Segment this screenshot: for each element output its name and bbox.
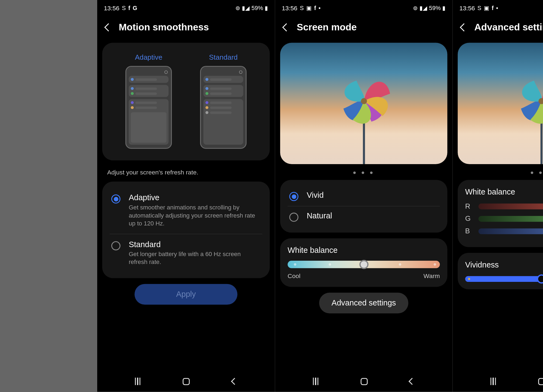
carousel-dots[interactable]: ● ● ●	[453, 167, 543, 180]
gallery-icon: ▣	[306, 5, 311, 11]
nav-recents-icon[interactable]	[490, 378, 496, 385]
white-balance-card: White balance Cool Warm	[280, 238, 447, 287]
nav-recents-icon[interactable]	[135, 378, 140, 385]
preview-adaptive[interactable]: Adaptive	[115, 53, 182, 149]
nav-bar	[275, 371, 452, 392]
wb-slider[interactable]	[288, 261, 440, 268]
preview-image[interactable]	[280, 43, 447, 164]
status-app-icon: S	[477, 5, 481, 11]
google-icon: G	[132, 5, 137, 11]
option-standard[interactable]: Standard Get longer battery life with a …	[109, 234, 262, 272]
radio-icon	[289, 192, 298, 201]
battery-icon: ▮	[265, 5, 268, 11]
page-title: Advanced settings	[474, 21, 543, 33]
vividness-title: Vividness	[465, 260, 543, 270]
r-label: R	[465, 202, 473, 211]
mock-phone-adaptive	[125, 66, 172, 149]
vividness-slider[interactable]	[465, 276, 543, 282]
option-title: Natural	[307, 211, 332, 221]
helper-text: Adjust your screen's refresh rate.	[97, 166, 275, 182]
g-label: G	[465, 215, 473, 223]
nav-back-icon[interactable]	[409, 378, 416, 385]
gallery-icon: ▣	[484, 5, 489, 11]
option-adaptive[interactable]: Adaptive Get smoother animations and scr…	[109, 187, 262, 234]
nav-bar	[453, 371, 543, 392]
preview-image[interactable]	[457, 43, 543, 164]
option-title: Adaptive	[129, 193, 261, 202]
pinwheel-illustration	[504, 64, 543, 138]
preview-standard-label: Standard	[209, 53, 237, 62]
wb-title: White balance	[465, 187, 543, 197]
preview-standard[interactable]: Standard	[190, 53, 256, 149]
options-card: Adaptive Get smoother animations and scr…	[102, 181, 270, 278]
nav-home-icon[interactable]	[538, 378, 543, 385]
nav-home-icon[interactable]	[183, 378, 190, 385]
pinwheel-illustration	[326, 64, 401, 138]
phone-advanced-settings: 13:56 S ▣ f • ⊚ ▮◢ 59% ▮ Advanced settin…	[452, 0, 543, 392]
facebook-icon: f	[128, 5, 130, 11]
b-label: B	[465, 227, 473, 235]
page-title: Motion smoothness	[119, 21, 209, 33]
wb-cool-label: Cool	[288, 272, 300, 279]
nav-back-icon[interactable]	[231, 378, 238, 385]
back-icon[interactable]	[460, 23, 468, 31]
nav-recents-icon[interactable]	[313, 378, 318, 385]
option-desc: Get longer battery life with a 60 Hz scr…	[129, 250, 261, 266]
radio-icon	[289, 213, 298, 222]
signal-icon: ▮◢	[242, 5, 250, 11]
option-vivid[interactable]: Vivid	[288, 186, 440, 206]
battery-icon: ▮	[442, 5, 446, 11]
radio-icon	[111, 241, 120, 250]
page-title: Screen mode	[296, 21, 356, 33]
advanced-settings-button[interactable]: Advanced settings	[319, 293, 408, 313]
battery-percent: 59%	[251, 5, 263, 11]
vividness-thumb[interactable]	[536, 275, 543, 284]
battery-percent: 59%	[429, 5, 441, 11]
preview-adaptive-label: Adaptive	[135, 53, 162, 62]
facebook-icon: f	[314, 5, 316, 11]
status-bar: 13:56 S ▣ f • ⊚ ▮◢ 59% ▮	[453, 0, 543, 14]
apply-button[interactable]: Apply	[134, 284, 237, 304]
signal-icon: ▮◢	[419, 5, 427, 11]
option-desc: Get smoother animations and scrolling by…	[129, 203, 261, 228]
status-time: 13:56	[282, 4, 297, 11]
back-icon[interactable]	[104, 23, 112, 31]
wb-title: White balance	[288, 246, 440, 255]
vividness-card: Vividness	[457, 253, 543, 289]
status-app-icon: S	[300, 5, 304, 11]
status-app-icon: S	[122, 5, 125, 11]
more-icon: •	[496, 5, 498, 11]
facebook-icon: f	[491, 5, 493, 11]
wifi-icon: ⊚	[413, 5, 418, 11]
carousel-dots[interactable]: ● ● ●	[275, 167, 452, 180]
mode-options-card: Vivid Natural	[280, 180, 447, 232]
nav-home-icon[interactable]	[360, 378, 367, 385]
preview-card: Adaptive Standard	[102, 43, 270, 160]
wb-warm-label: Warm	[423, 272, 440, 279]
option-title: Standard	[129, 240, 261, 249]
slider-g[interactable]: G	[465, 215, 543, 223]
radio-icon	[111, 195, 120, 204]
slider-b[interactable]: B	[465, 227, 543, 235]
status-time: 13:56	[104, 4, 119, 11]
mock-phone-standard	[200, 66, 246, 149]
status-bar: 13:56 S ▣ f • ⊚ ▮◢ 59% ▮	[275, 0, 452, 14]
option-natural[interactable]: Natural	[288, 206, 440, 227]
status-bar: 13:56 S f G ⊚ ▮◢ 59% ▮	[97, 0, 275, 14]
wb-thumb[interactable]	[359, 260, 368, 269]
status-time: 13:56	[459, 4, 475, 11]
phone-motion-smoothness: 13:56 S f G ⊚ ▮◢ 59% ▮ Motion smoothness…	[97, 0, 275, 392]
wifi-icon: ⊚	[235, 5, 240, 11]
rgb-wb-card: White balance R G B	[457, 180, 543, 247]
more-icon: •	[318, 5, 320, 11]
phone-screen-mode: 13:56 S ▣ f • ⊚ ▮◢ 59% ▮ Screen mode	[274, 0, 452, 392]
back-icon[interactable]	[282, 23, 290, 31]
nav-bar	[97, 371, 275, 392]
slider-r[interactable]: R	[465, 202, 543, 211]
option-title: Vivid	[307, 191, 323, 200]
